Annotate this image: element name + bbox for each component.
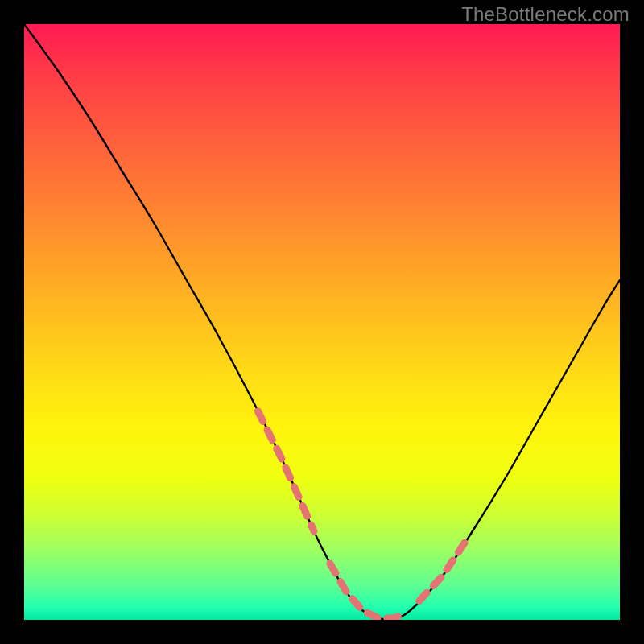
dashed-highlight-segment [258, 411, 314, 531]
plot-area [24, 24, 620, 620]
bottleneck-curve [24, 24, 620, 619]
dashed-highlight-group [258, 411, 469, 618]
curve-svg [24, 24, 620, 620]
dashed-highlight-segment [330, 564, 402, 618]
chart-frame: TheBottleneck.com [0, 0, 644, 644]
watermark-text: TheBottleneck.com [461, 3, 630, 26]
dashed-highlight-segment [419, 535, 470, 601]
